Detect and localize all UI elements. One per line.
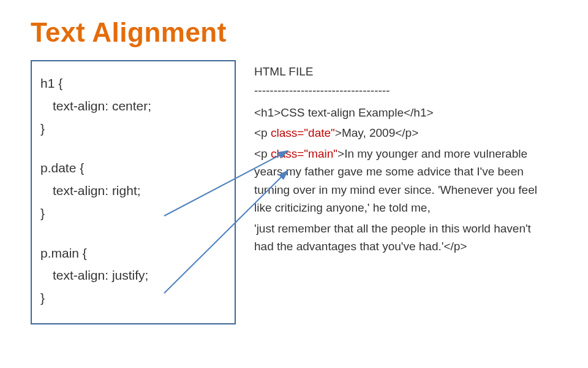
tag-close: </p>	[443, 240, 467, 253]
css-declaration: text-align: right;	[40, 180, 226, 202]
class-attr: class="date"	[271, 126, 335, 139]
html-line-date: <p class="date">May, 2009</p>	[254, 124, 548, 142]
html-line-main-cont: 'just remember that all the people in th…	[254, 220, 548, 256]
tag-open: <p	[254, 147, 271, 160]
page-title: Text Alignment	[31, 17, 557, 48]
separator: -----------------------------------	[254, 82, 548, 99]
css-declaration: text-align: center;	[40, 95, 226, 118]
css-close-brace: }	[40, 202, 226, 225]
tag-close: </p>	[395, 126, 418, 139]
tag-mid: >	[337, 147, 344, 160]
css-code-box: h1 { text-align: center; } p.date { text…	[31, 60, 236, 324]
css-selector: p.main {	[40, 242, 226, 265]
css-close-brace: }	[40, 118, 226, 140]
html-file-label: HTML FILE	[254, 63, 548, 80]
tag-mid: >	[335, 126, 342, 139]
css-rule-h1: h1 { text-align: center; }	[40, 72, 226, 140]
slide-content: h1 { text-align: center; } p.date { text…	[31, 60, 557, 324]
html-code-column: HTML FILE ------------------------------…	[254, 60, 548, 258]
css-selector: p.date {	[40, 157, 226, 180]
tag-close: </h1>	[404, 106, 434, 119]
html-line-h1: <h1>CSS text-align Example</h1>	[254, 104, 548, 121]
slide: Text Alignment h1 { text-align: center; …	[0, 0, 588, 368]
css-selector: h1 {	[40, 72, 226, 95]
html-line-main: <p class="main">In my younger and more v…	[254, 145, 548, 217]
tag-open: <p	[254, 126, 271, 139]
css-close-brace: }	[40, 287, 226, 310]
css-rule-main: p.main { text-align: justify; }	[40, 242, 226, 310]
css-rule-date: p.date { text-align: right; }	[40, 157, 226, 224]
class-attr: class="main"	[271, 147, 337, 160]
tag-open: <h1>	[254, 106, 281, 119]
css-declaration: text-align: justify;	[40, 264, 226, 287]
tag-text: CSS text-align Example	[281, 106, 404, 119]
tag-text: 'just remember that all the people in th…	[254, 222, 531, 253]
tag-text: May, 2009	[342, 126, 395, 139]
